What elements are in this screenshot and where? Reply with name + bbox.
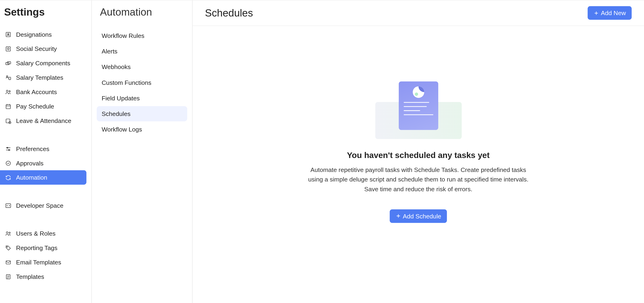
svg-point-5 — [6, 75, 8, 77]
svg-point-7 — [6, 90, 8, 92]
sidebar-item-label: Email Templates — [16, 259, 61, 266]
plus-icon — [594, 10, 599, 16]
calendar-icon — [5, 103, 12, 109]
sidebar-item-pay-schedule[interactable]: Pay Schedule — [0, 99, 91, 114]
subnav-item-field-updates[interactable]: Field Updates — [97, 90, 187, 105]
svg-rect-9 — [6, 104, 10, 108]
sidebar-item-approvals[interactable]: Approvals — [0, 156, 91, 170]
sidebar-item-developer-space[interactable]: Developer Space — [0, 198, 91, 213]
add-new-button[interactable]: Add New — [588, 6, 632, 20]
sidebar-group-1: Designations Social Security Salary Comp… — [0, 27, 91, 128]
page-title: Schedules — [205, 7, 253, 19]
main-content: Schedules Add New You haven't scheduled … — [192, 0, 644, 303]
sidebar-item-salary-templates[interactable]: Salary Templates — [0, 70, 91, 85]
settings-title: Settings — [0, 6, 91, 18]
subnav-item-label: Custom Functions — [102, 79, 151, 86]
sidebar-item-users-roles[interactable]: Users & Roles — [0, 226, 91, 241]
svg-point-18 — [7, 246, 8, 247]
svg-point-1 — [8, 33, 9, 34]
sidebar-item-label: Designations — [16, 31, 52, 38]
sidebar-item-label: Automation — [16, 174, 47, 181]
sidebar-item-designations[interactable]: Designations — [0, 27, 91, 42]
tag-icon — [5, 245, 12, 251]
sidebar-item-label: Pay Schedule — [16, 103, 54, 110]
sidebar-item-label: Leave & Attendance — [16, 117, 71, 124]
svg-point-16 — [6, 231, 8, 233]
mail-icon — [5, 259, 12, 265]
svg-rect-6 — [9, 77, 11, 79]
sidebar-item-label: Reporting Tags — [16, 244, 58, 251]
sidebar-item-preferences[interactable]: Preferences — [0, 142, 91, 156]
sidebar-group-2: Preferences Approvals Automation — [0, 142, 91, 185]
sidebar-item-salary-components[interactable]: Salary Components — [0, 56, 91, 70]
settings-sidebar: Settings Designations Social Security Sa… — [0, 0, 92, 303]
refresh-icon — [5, 174, 12, 181]
sidebar-item-bank-accounts[interactable]: Bank Accounts — [0, 85, 91, 99]
sidebar-item-label: Developer Space — [16, 202, 64, 209]
subnav-item-label: Workflow Rules — [102, 32, 144, 39]
sidebar-item-leave-attendance[interactable]: Leave & Attendance — [0, 114, 91, 128]
empty-state-title: You haven't scheduled any tasks yet — [347, 151, 490, 160]
sidebar-item-label: Social Security — [16, 45, 57, 52]
subnav-item-label: Schedules — [102, 110, 130, 117]
subnav-item-workflow-rules[interactable]: Workflow Rules — [97, 28, 187, 43]
automation-sidebar: Automation Workflow Rules Alerts Webhook… — [92, 0, 193, 303]
user-doc-icon — [5, 74, 12, 81]
subnav-item-webhooks[interactable]: Webhooks — [97, 59, 187, 74]
subnav-item-schedules[interactable]: Schedules — [97, 106, 187, 121]
file-icon — [5, 273, 12, 280]
subnav-item-workflow-logs[interactable]: Workflow Logs — [97, 122, 187, 137]
subnav-item-label: Webhooks — [102, 63, 131, 70]
sidebar-item-social-security[interactable]: Social Security — [0, 42, 91, 56]
svg-rect-15 — [6, 204, 11, 208]
add-new-label: Add New — [601, 9, 626, 16]
shield-card-icon — [5, 45, 12, 52]
add-schedule-button[interactable]: Add Schedule — [390, 209, 447, 223]
empty-state: You haven't scheduled any tasks yet Auto… — [192, 26, 644, 303]
subnav-item-custom-functions[interactable]: Custom Functions — [97, 75, 187, 90]
users-icon — [5, 230, 12, 237]
sidebar-item-label: Approvals — [16, 160, 44, 167]
money-stack-icon — [5, 60, 12, 66]
plus-icon — [396, 213, 401, 219]
sidebar-item-label: Templates — [16, 273, 44, 280]
svg-rect-2 — [6, 46, 10, 51]
subnav-item-alerts[interactable]: Alerts — [97, 44, 187, 59]
svg-point-17 — [9, 232, 10, 233]
sidebar-item-label: Bank Accounts — [16, 88, 57, 95]
subnav-item-label: Field Updates — [102, 95, 140, 102]
sidebar-group-4: Users & Roles Reporting Tags Email Templ… — [0, 226, 91, 284]
sidebar-group-3: Developer Space — [0, 198, 91, 213]
sidebar-item-label: Salary Components — [16, 60, 70, 67]
sliders-icon — [5, 145, 12, 152]
automation-title: Automation — [97, 6, 187, 18]
code-icon — [5, 202, 12, 209]
calendar-clock-icon — [5, 117, 12, 124]
check-circle-icon — [5, 160, 12, 166]
sidebar-item-templates[interactable]: Templates — [0, 269, 91, 284]
sidebar-item-email-templates[interactable]: Email Templates — [0, 255, 91, 269]
id-card-icon — [5, 31, 12, 38]
subnav-item-label: Workflow Logs — [102, 126, 142, 133]
subnav-item-label: Alerts — [102, 48, 118, 55]
svg-rect-10 — [6, 119, 10, 123]
empty-state-illustration — [375, 82, 462, 139]
sidebar-item-label: Preferences — [16, 145, 49, 152]
sidebar-item-label: Salary Templates — [16, 74, 63, 81]
add-schedule-label: Add Schedule — [403, 213, 441, 220]
sidebar-item-label: Users & Roles — [16, 230, 56, 237]
main-header: Schedules Add New — [192, 0, 644, 26]
sidebar-item-reporting-tags[interactable]: Reporting Tags — [0, 241, 91, 255]
sidebar-item-automation[interactable]: Automation — [0, 170, 86, 185]
svg-rect-19 — [6, 261, 10, 264]
empty-state-description: Automate repetitive payroll tasks with S… — [305, 165, 532, 194]
svg-point-8 — [9, 90, 10, 92]
people-icon — [5, 88, 12, 95]
